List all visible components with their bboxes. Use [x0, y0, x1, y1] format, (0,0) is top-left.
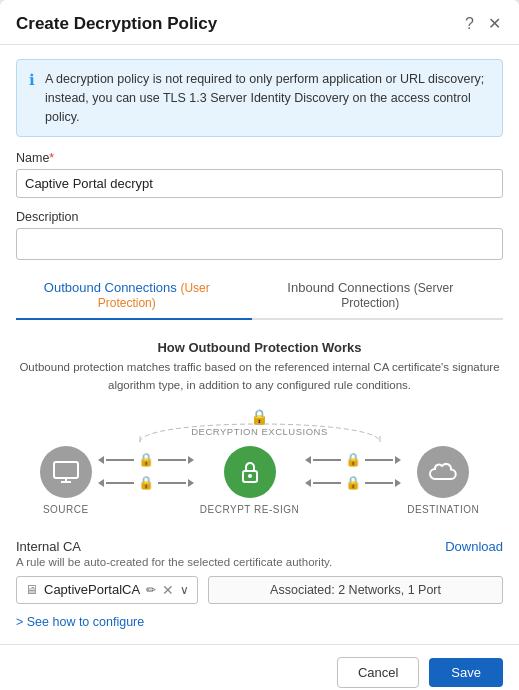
decrypt-label: DECRYPT RE-SIGN: [200, 504, 299, 515]
diagram-wrapper: 🔒 DECRYPTION EXCLUSIONS: [16, 408, 503, 515]
source-circle: [40, 446, 92, 498]
arrow-left-1: [98, 456, 104, 464]
lock-icon-1b: 🔒: [138, 475, 154, 490]
create-decryption-policy-modal: Create Decryption Policy ? ✕ ℹ A decrypt…: [0, 0, 519, 690]
svg-point-6: [248, 474, 252, 478]
tab-outbound-content: How Outbound Protection Works Outbound p…: [16, 320, 503, 630]
name-input[interactable]: [16, 169, 503, 198]
arrow-left-2: [305, 456, 311, 464]
modal-body: ℹ A decryption policy is not required to…: [0, 45, 519, 644]
lock-icon-1: 🔒: [138, 452, 154, 467]
ca-clear-icon[interactable]: ✕: [162, 582, 174, 598]
info-banner-text: A decryption policy is not required to o…: [45, 70, 490, 126]
tab-inbound[interactable]: Inbound Connections (Server Protection): [260, 272, 495, 318]
ca-name: CaptivePortalCA: [44, 582, 140, 597]
tab-outbound[interactable]: Outbound Connections (User Protection): [16, 272, 252, 318]
source-icon: [53, 461, 79, 483]
arrow-line-2b: [365, 459, 393, 461]
svg-rect-2: [54, 462, 78, 478]
source-label: SOURCE: [43, 504, 89, 515]
destination-icon: [429, 461, 457, 483]
arrow-right-2: [395, 456, 401, 464]
decrypt-circle: [224, 446, 276, 498]
description-field-group: Description: [16, 210, 503, 260]
diagram-section: How Outbound Protection Works Outbound p…: [16, 334, 503, 525]
ca-edit-icon[interactable]: ✏: [146, 583, 156, 597]
name-label: Name*: [16, 151, 503, 165]
flow-arrow-2: 🔒 🔒: [305, 452, 401, 490]
destination-label: DESTINATION: [407, 504, 479, 515]
lock-icon-2: 🔒: [345, 452, 361, 467]
ca-chevron-icon[interactable]: ∨: [180, 583, 189, 597]
arrow-line-1c: [106, 482, 134, 484]
internal-ca-label: Internal CA: [16, 539, 81, 554]
lock-icon-2b: 🔒: [345, 475, 361, 490]
arrow-line-1a: [106, 459, 134, 461]
arrow-right-1: [188, 456, 194, 464]
decrypt-icon: [237, 459, 263, 485]
download-link[interactable]: Download: [445, 539, 503, 554]
ca-select-row: 🖥 CaptivePortalCA ✏ ✕ ∨ Associated: 2 Ne…: [16, 576, 503, 604]
name-field-group: Name*: [16, 151, 503, 198]
arrow-left-2b: [305, 479, 311, 487]
destination-circle: [417, 446, 469, 498]
modal-footer: Cancel Save: [0, 644, 519, 690]
flow-node-source: SOURCE: [40, 446, 92, 515]
internal-ca-row: Internal CA Download: [16, 539, 503, 554]
header-icons: ? ✕: [463, 14, 503, 34]
exclusions-arc-svg: [120, 414, 400, 444]
arrow-left-1b: [98, 479, 104, 487]
save-button[interactable]: Save: [429, 658, 503, 687]
diagram-desc: Outbound protection matches traffic base…: [16, 359, 503, 394]
arrow-line-2c: [313, 482, 341, 484]
see-how-link[interactable]: > See how to configure: [16, 615, 144, 629]
diagram-title: How Outbound Protection Works: [16, 340, 503, 355]
flow-node-decrypt: DECRYPT RE-SIGN: [200, 446, 299, 515]
description-input[interactable]: [16, 228, 503, 260]
ca-cert-icon: 🖥: [25, 582, 38, 597]
auto-rule-text: A rule will be auto-created for the sele…: [16, 556, 503, 568]
arrow-line-1b: [158, 459, 186, 461]
associated-box: Associated: 2 Networks, 1 Port: [208, 576, 503, 604]
arrow-line-2a: [313, 459, 341, 461]
flow-node-destination: DESTINATION: [407, 446, 479, 515]
diagram-flow: SOURCE 🔒: [40, 446, 479, 515]
arrow-line-1d: [158, 482, 186, 484]
info-banner: ℹ A decryption policy is not required to…: [16, 59, 503, 137]
arrow-right-2b: [395, 479, 401, 487]
description-label: Description: [16, 210, 503, 224]
tabs-bar: Outbound Connections (User Protection) I…: [16, 272, 503, 320]
info-icon: ℹ: [29, 71, 35, 126]
modal-title: Create Decryption Policy: [16, 14, 217, 34]
arrow-right-1b: [188, 479, 194, 487]
help-button[interactable]: ?: [463, 14, 476, 34]
ca-select-box[interactable]: 🖥 CaptivePortalCA ✏ ✕ ∨: [16, 576, 198, 604]
cancel-button[interactable]: Cancel: [337, 657, 419, 688]
name-required: *: [49, 151, 54, 165]
arrow-line-2d: [365, 482, 393, 484]
modal-header: Create Decryption Policy ? ✕: [0, 0, 519, 45]
flow-arrow-1: 🔒 🔒: [98, 452, 194, 490]
close-button[interactable]: ✕: [486, 14, 503, 34]
